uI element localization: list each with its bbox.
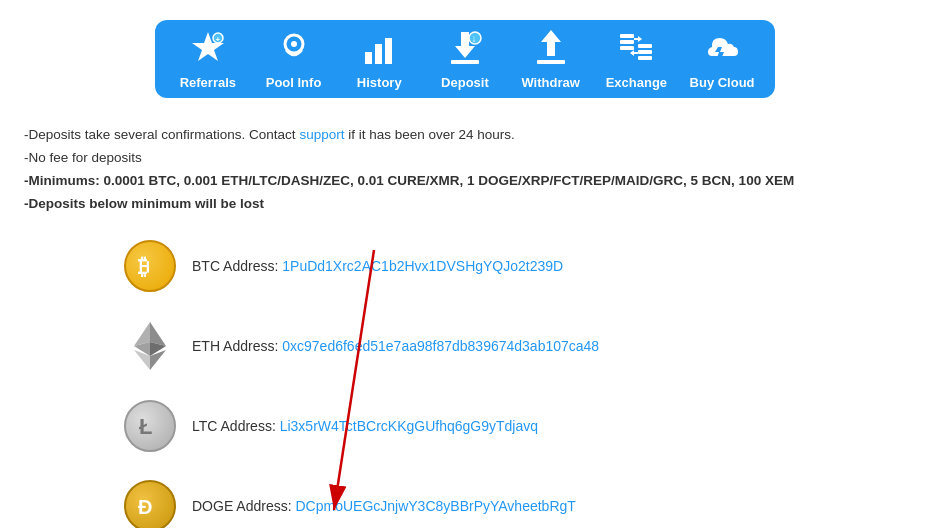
nav-deposit[interactable]: ↓ Deposit [429,30,501,90]
ltc-icon: Ł [124,400,176,452]
nav-withdraw[interactable]: Withdraw [515,30,587,90]
svg-rect-11 [537,60,565,64]
ltc-address-text: LTC Address: Li3x5rW4TctBCrcKKgGUfhq6gG9… [192,418,538,434]
eth-address-text: ETH Address: 0xc97ed6f6ed51e7aa98f87db83… [192,338,599,354]
referrals-icon: + [190,30,226,71]
main-content: -Deposits take several confirmations. Co… [0,108,900,528]
nav-exchange[interactable]: Exchange [600,30,672,90]
svg-marker-19 [150,322,166,346]
info-line-3: -Minimums: 0.0001 BTC, 0.001 ETH/LTC/DAS… [24,170,876,193]
svg-rect-15 [638,44,652,48]
svg-rect-17 [638,56,652,60]
btc-address-link[interactable]: 1PuDd1Xrc2AC1b2Hvx1DVSHgYQJo2t239D [282,258,563,274]
svg-marker-20 [134,322,150,346]
info-line-1: -Deposits take several confirmations. Co… [24,124,876,147]
exchange-label: Exchange [606,75,667,90]
svg-rect-14 [620,46,634,50]
history-icon [361,30,397,71]
svg-rect-8 [451,60,479,64]
nav-pool-info[interactable]: Pool Info [258,30,330,90]
buy-cloud-label: Buy Cloud [690,75,755,90]
btc-address-text: BTC Address: 1PuDd1Xrc2AC1b2Hvx1DVSHgYQJ… [192,258,563,274]
info-line-2: -No fee for deposits [24,147,876,170]
address-list: ₿ BTC Address: 1PuDd1Xrc2AC1b2Hvx1DVSHgY… [24,240,876,528]
btc-icon: ₿ [124,240,176,292]
eth-address-row: ETH Address: 0xc97ed6f6ed51e7aa98f87db83… [124,320,876,372]
btc-address-row: ₿ BTC Address: 1PuDd1Xrc2AC1b2Hvx1DVSHgY… [124,240,876,292]
history-label: History [357,75,402,90]
doge-address-text: DOGE Address: DCpmoUEGcJnjwY3C8yBBrPyYAv… [192,498,576,514]
buy-cloud-icon [704,30,740,71]
addresses-container: ₿ BTC Address: 1PuDd1Xrc2AC1b2Hvx1DVSHgY… [24,240,876,528]
svg-text:Ð: Ð [138,496,152,518]
ltc-address-row: Ł LTC Address: Li3x5rW4TctBCrcKKgGUfhq6g… [124,400,876,452]
exchange-icon [618,30,654,71]
svg-point-4 [291,41,297,47]
svg-rect-13 [620,40,634,44]
svg-rect-12 [620,34,634,38]
svg-text:₿: ₿ [138,254,149,279]
support-link[interactable]: support [299,127,344,142]
nav-buy-cloud[interactable]: Buy Cloud [686,30,758,90]
svg-rect-5 [365,52,372,64]
eth-address-link[interactable]: 0xc97ed6f6ed51e7aa98f87db839674d3ab107ca… [282,338,599,354]
pool-info-icon [276,30,312,71]
withdraw-label: Withdraw [521,75,579,90]
withdraw-icon [533,30,569,71]
nav-referrals[interactable]: + Referrals [172,30,244,90]
nav-history[interactable]: History [343,30,415,90]
svg-rect-7 [385,38,392,64]
main-nav: + Referrals Pool Info [155,20,775,98]
deposit-label: Deposit [441,75,489,90]
svg-text:+: + [215,35,220,44]
ltc-address-link[interactable]: Li3x5rW4TctBCrcKKgGUfhq6gG9yTdjavq [280,418,538,434]
referrals-label: Referrals [180,75,236,90]
doge-address-link[interactable]: DCpmoUEGcJnjwY3C8yBBrPyYAvheetbRgT [295,498,575,514]
deposit-icon: ↓ [447,30,483,71]
svg-text:↓: ↓ [471,33,476,44]
info-block: -Deposits take several confirmations. Co… [24,124,876,216]
svg-rect-16 [638,50,652,54]
doge-icon: Ð [124,480,176,528]
svg-rect-6 [375,44,382,64]
pool-info-label: Pool Info [266,75,322,90]
svg-text:Ł: Ł [139,414,152,439]
eth-icon [124,320,176,372]
info-line-4: -Deposits below minimum will be lost [24,193,876,216]
doge-address-row: Ð DOGE Address: DCpmoUEGcJnjwY3C8yBBrPyY… [124,480,876,528]
